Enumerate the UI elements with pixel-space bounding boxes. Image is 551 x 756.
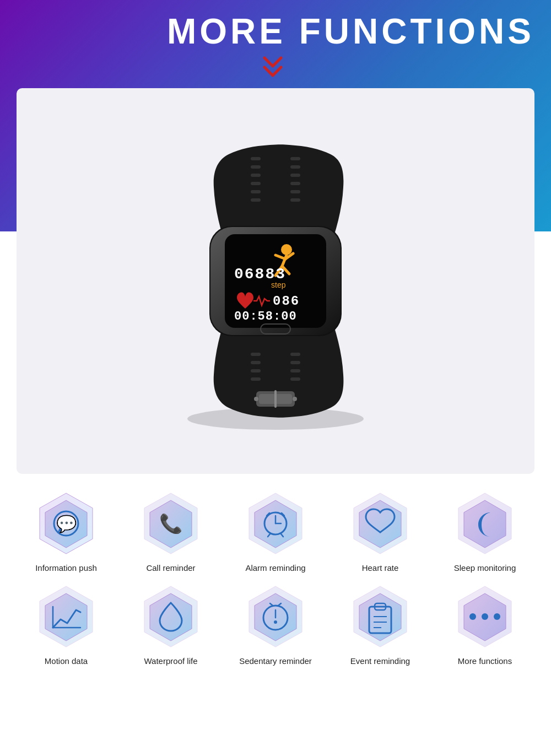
feature-label-motion-data: Motion data — [45, 656, 88, 666]
svg-point-202 — [482, 613, 488, 620]
svg-rect-122 — [290, 353, 300, 356]
svg-rect-136 — [251, 157, 261, 160]
hexagon-sleep-monitoring — [452, 490, 518, 557]
feature-label-information-push: Information push — [35, 563, 97, 573]
svg-point-201 — [469, 613, 476, 620]
svg-rect-126 — [290, 369, 300, 372]
svg-rect-142 — [251, 190, 261, 193]
svg-text:00:58:00: 00:58:00 — [234, 310, 297, 323]
feature-waterproof-life: Waterproof life — [121, 584, 220, 666]
svg-rect-137 — [290, 157, 300, 160]
svg-rect-135 — [290, 165, 300, 169]
feature-sedentary-reminder: Sedentary reminder — [226, 584, 325, 666]
features-grid: 💬 Information push 📞 — [17, 490, 534, 666]
hexagon-waterproof-life — [138, 584, 204, 650]
chat-icon: 💬 — [56, 514, 77, 533]
feature-label-event-reminding: Event reminding — [350, 656, 410, 666]
svg-rect-127 — [251, 377, 261, 381]
feature-label-sedentary-reminder: Sedentary reminder — [239, 656, 312, 666]
svg-rect-125 — [251, 369, 261, 372]
svg-point-203 — [494, 613, 500, 620]
feature-sleep-monitoring: Sleep monitoring — [435, 490, 534, 573]
svg-rect-123 — [251, 361, 261, 364]
hexagon-information-push: 💬 — [33, 490, 99, 557]
feature-motion-data: Motion data — [17, 584, 116, 666]
hexagon-motion-data — [33, 584, 99, 650]
features-section: 💬 Information push 📞 — [0, 474, 551, 688]
svg-rect-143 — [290, 190, 300, 193]
feature-label-alarm-reminding: Alarm reminding — [245, 563, 305, 573]
svg-point-133 — [293, 397, 297, 401]
page-title: MORE FUNCTIONS — [167, 11, 534, 52]
feature-label-call-reminder: Call reminder — [146, 563, 195, 573]
hexagon-heart-rate — [347, 490, 413, 557]
svg-rect-138 — [251, 174, 261, 177]
feature-more-functions: More functions — [435, 584, 534, 666]
svg-text:step: step — [271, 280, 286, 289]
svg-rect-128 — [290, 377, 300, 381]
hexagon-call-reminder: 📞 — [138, 490, 204, 557]
hexagon-alarm-reminding — [242, 490, 309, 557]
hexagon-event-reminding — [347, 584, 413, 650]
svg-rect-134 — [251, 165, 261, 169]
hexagon-sedentary-reminder — [242, 584, 309, 650]
svg-rect-139 — [290, 174, 300, 177]
feature-call-reminder: 📞 Call reminder — [121, 490, 220, 573]
svg-rect-145 — [290, 198, 300, 202]
hexagon-more-functions — [452, 584, 518, 650]
chevron-icon — [259, 55, 287, 86]
svg-point-132 — [254, 397, 258, 401]
feature-event-reminding: Event reminding — [331, 584, 430, 666]
watch-image: 06883 step 086 00:58:00 — [143, 121, 408, 441]
svg-rect-124 — [290, 361, 300, 364]
feature-heart-rate: Heart rate — [331, 490, 430, 573]
svg-text:086: 086 — [273, 294, 300, 309]
watch-card: 06883 step 086 00:58:00 — [17, 88, 534, 474]
feature-label-more-functions: More functions — [458, 656, 512, 666]
feature-information-push: 💬 Information push — [17, 490, 116, 573]
watch-container: 06883 step 086 00:58:00 — [17, 88, 534, 474]
svg-rect-141 — [290, 182, 300, 185]
svg-rect-140 — [251, 182, 261, 185]
feature-label-waterproof-life: Waterproof life — [144, 656, 198, 666]
feature-alarm-reminding: Alarm reminding — [226, 490, 325, 573]
svg-point-149 — [281, 244, 292, 255]
svg-text:📞: 📞 — [159, 512, 183, 535]
svg-point-189 — [274, 620, 277, 624]
feature-label-heart-rate: Heart rate — [362, 563, 399, 573]
svg-rect-131 — [274, 390, 277, 408]
svg-rect-121 — [251, 353, 261, 356]
svg-rect-144 — [251, 198, 261, 202]
feature-label-sleep-monitoring: Sleep monitoring — [454, 563, 516, 573]
